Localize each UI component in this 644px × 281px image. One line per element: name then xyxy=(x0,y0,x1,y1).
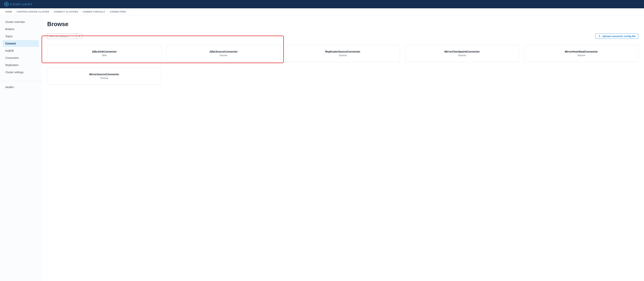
top-bar: CONFLUENT xyxy=(0,0,644,8)
connector-type: Sink xyxy=(102,54,106,57)
filter-input[interactable] xyxy=(47,33,76,39)
connector-card[interactable]: MirrorSourceConnector Source xyxy=(47,67,161,85)
upload-icon xyxy=(598,35,601,38)
connectors-grid: JdbcSinkConnector Sink JdbcSourceConnect… xyxy=(47,45,638,85)
connector-name: JdbcSourceConnector xyxy=(209,50,238,53)
connector-type: Source xyxy=(100,77,108,79)
chevron-right-icon: › xyxy=(14,11,15,13)
connector-type: Source xyxy=(339,54,346,57)
sidebar-item-replicators[interactable]: Replicators xyxy=(3,62,39,69)
sidebar-item-ksqldb[interactable]: ksqlDB xyxy=(3,47,39,54)
connector-card[interactable]: MirrorHeartbeatConnector Source xyxy=(524,45,638,62)
connector-name: JdbcSinkConnector xyxy=(92,50,117,53)
page-title: Browse xyxy=(47,21,638,28)
filter-by-category[interactable] xyxy=(47,33,82,39)
sidebar-item-topics[interactable]: Topics xyxy=(3,33,39,40)
main-content: Browse Upload connector config file Jdbc… xyxy=(42,15,644,281)
sidebar: Cluster overview Brokers Topics Connect … xyxy=(0,15,42,281)
breadcrumb-connect-clusters[interactable]: CONNECT CLUSTERS xyxy=(54,11,78,13)
breadcrumb-connect-default[interactable]: CONNECT-DEFAULT xyxy=(83,11,106,13)
breadcrumb: HOME › CONTROLCENTER.CLUSTER › CONNECT C… xyxy=(0,8,644,15)
sidebar-item-health[interactable]: Health+ xyxy=(3,84,39,91)
brand-logo[interactable]: CONFLUENT xyxy=(4,2,33,7)
brand-name: CONFLUENT xyxy=(10,3,33,6)
chevron-right-icon: › xyxy=(107,11,108,13)
sidebar-item-connect[interactable]: Connect xyxy=(3,40,39,47)
breadcrumb-cluster[interactable]: CONTROLCENTER.CLUSTER xyxy=(16,11,49,13)
sidebar-item-brokers[interactable]: Brokers xyxy=(3,26,39,33)
sidebar-item-cluster-overview[interactable]: Cluster overview xyxy=(3,19,39,25)
connector-type: Source xyxy=(220,54,228,57)
upload-button-label: Upload connector config file xyxy=(602,35,636,38)
connector-name: MirrorCheckpointConnector xyxy=(444,50,480,53)
sidebar-item-consumers[interactable]: Consumers xyxy=(3,55,39,61)
connector-type: Source xyxy=(458,54,466,57)
svg-point-1 xyxy=(6,4,7,5)
connector-card[interactable]: ReplicatorSourceConnector Source xyxy=(286,45,400,62)
connector-name: ReplicatorSourceConnector xyxy=(325,50,360,53)
breadcrumb-connectors[interactable]: CONNECTORS xyxy=(110,11,126,13)
connector-card[interactable]: JdbcSinkConnector Sink xyxy=(47,45,161,62)
chevron-right-icon: › xyxy=(80,11,81,13)
chevron-down-icon xyxy=(78,35,80,37)
chevron-right-icon: › xyxy=(128,11,129,13)
sidebar-item-cluster-settings[interactable]: Cluster settings xyxy=(3,69,39,76)
connector-type: Source xyxy=(578,54,585,57)
connector-name: MirrorSourceConnector xyxy=(89,73,119,76)
upload-connector-config-button[interactable]: Upload connector config file xyxy=(595,34,638,39)
confluent-icon xyxy=(4,2,9,7)
connector-card[interactable]: JdbcSourceConnector Source xyxy=(166,45,281,62)
chevron-right-icon: › xyxy=(51,11,52,13)
breadcrumb-home[interactable]: HOME xyxy=(5,11,12,13)
connector-card[interactable]: MirrorCheckpointConnector Source xyxy=(405,45,519,62)
filter-dropdown-toggle[interactable] xyxy=(76,33,82,39)
connector-name: MirrorHeartbeatConnector xyxy=(565,50,598,53)
